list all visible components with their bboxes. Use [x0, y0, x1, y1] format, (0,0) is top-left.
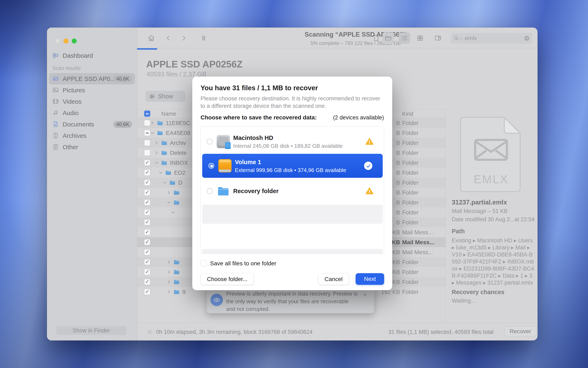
destination-radio[interactable] — [208, 163, 214, 169]
file-size: B — [396, 140, 400, 146]
sidebar-item-documents[interactable]: Documents40,6K — [49, 119, 135, 130]
disclosure-down-icon[interactable] — [150, 130, 155, 136]
back-button[interactable] — [165, 35, 172, 42]
recover-dialog: You have 31 files / 1,1 MB to recover Pl… — [192, 77, 392, 290]
search-input[interactable] — [464, 34, 520, 43]
file-kind: Folder — [402, 150, 419, 156]
show-in-finder-button[interactable]: Show in Finder — [56, 326, 126, 335]
sidebar-item-other[interactable]: Other — [49, 141, 135, 153]
home-button[interactable] — [147, 34, 155, 42]
row-checkbox[interactable] — [144, 169, 150, 176]
destination-description: Internal 245,08 GB disk • 189,82 GB avai… — [233, 143, 342, 149]
sidebar-item-apple-ssd-ap0[interactable]: APPLE SSD AP0...40,6K — [49, 73, 135, 84]
file-kind: Folder — [402, 160, 419, 166]
preview-pane-button[interactable] — [373, 35, 380, 42]
disclosure-right-icon[interactable] — [166, 259, 172, 265]
disclosure-right-icon[interactable] — [166, 289, 172, 294]
file-kind: Folder — [402, 179, 419, 186]
choose-folder-button[interactable]: Choose folder... — [201, 273, 254, 285]
sidebar-item-archives[interactable]: Archives — [49, 130, 135, 141]
file-size: B — [396, 160, 400, 166]
disclosure-down-icon[interactable] — [154, 160, 159, 165]
dialog-subtitle: Please choose recovery destination. It i… — [201, 95, 385, 110]
next-button[interactable]: Next — [356, 273, 384, 285]
column-header-kind[interactable]: Kind — [402, 111, 413, 117]
disclosure-down-icon[interactable] — [158, 170, 163, 175]
destination-option-macintosh-hd[interactable]: Macintosh HDInternal 245,08 GB disk • 18… — [201, 129, 384, 154]
folder-view-button[interactable] — [383, 33, 394, 44]
sidebar-item-pictures[interactable]: Pictures — [49, 84, 135, 96]
destination-radio[interactable] — [207, 139, 212, 145]
disclosure-right-icon[interactable] — [166, 190, 172, 195]
show-filter-button[interactable]: Show — [146, 91, 185, 102]
row-checkbox[interactable] — [144, 130, 150, 136]
file-size: B — [396, 219, 400, 226]
forward-button[interactable] — [180, 35, 187, 42]
file-kind: Folder — [402, 189, 419, 196]
row-checkbox[interactable] — [144, 120, 150, 126]
save-all-label: Save all files to one folder — [210, 260, 276, 267]
window-minimize-button[interactable] — [63, 38, 69, 44]
row-checkbox[interactable] — [144, 150, 150, 156]
file-size: KB — [392, 239, 400, 246]
search-scope-chevron-icon[interactable] — [459, 36, 463, 41]
destination-option-volume-1[interactable]: Volume 1External 999,96 GB disk • 374,96… — [202, 154, 383, 178]
row-checkbox[interactable] — [144, 279, 150, 285]
row-checkbox[interactable] — [144, 179, 150, 186]
disclosure-down-icon[interactable] — [170, 210, 176, 215]
destination-radio[interactable] — [207, 188, 212, 194]
disclosure-right-icon[interactable] — [154, 140, 159, 146]
cancel-button[interactable]: Cancel — [318, 273, 349, 285]
row-checkbox[interactable] — [144, 259, 150, 265]
folder-icon — [157, 129, 163, 136]
file-kind: Folder — [402, 279, 419, 285]
window-zoom-button[interactable] — [72, 38, 77, 44]
videos-icon — [52, 98, 59, 105]
row-checkbox[interactable] — [144, 189, 150, 196]
row-checkbox[interactable] — [144, 239, 150, 245]
row-checkbox[interactable] — [144, 249, 150, 255]
list-view-icon — [401, 35, 408, 42]
recovery-chances-label: Recovery chances — [452, 289, 504, 295]
count-badge: 40,6K — [113, 75, 132, 82]
row-checkbox[interactable] — [144, 289, 150, 295]
file-kind: Folder — [402, 169, 419, 176]
disclosure-right-icon[interactable] — [150, 120, 155, 126]
folder-icon — [173, 269, 180, 275]
banner-close-icon[interactable]: × — [363, 291, 367, 298]
grid-view-button[interactable] — [417, 35, 424, 42]
row-checkbox[interactable] — [144, 199, 150, 205]
destination-option-recovery-folder[interactable]: Recovery folder — [201, 179, 384, 203]
row-checkbox[interactable] — [144, 229, 150, 235]
row-checkbox[interactable] — [144, 269, 150, 275]
folder-icon — [173, 279, 180, 285]
disclosure-right-icon[interactable] — [166, 279, 172, 285]
row-checkbox[interactable] — [144, 140, 150, 146]
disclosure-right-icon[interactable] — [154, 150, 159, 156]
destination-placeholder — [202, 249, 383, 254]
file-kind: Mail Mess... — [402, 239, 434, 246]
clear-search-icon[interactable] — [524, 35, 530, 41]
window-close-button[interactable] — [55, 38, 60, 44]
sidebar-item-dashboard[interactable]: Dashboard — [49, 51, 135, 60]
disclosure-down-icon[interactable] — [162, 180, 167, 185]
recover-button[interactable]: Recover — [504, 326, 536, 336]
disclosure-down-icon[interactable] — [166, 200, 172, 205]
disclosure-right-icon[interactable] — [166, 269, 172, 275]
sidebar-item-label: Videos — [63, 98, 81, 105]
recovery-chances-value: Waiting... — [452, 297, 476, 304]
status-bar: 0h 10m elapsed, 3h 3m remaining, block 3… — [137, 323, 537, 340]
row-checkbox[interactable] — [144, 160, 150, 166]
row-checkbox[interactable] — [144, 219, 150, 225]
save-all-checkbox[interactable] — [201, 260, 207, 266]
sidebar-item-audio[interactable]: Audio — [49, 107, 135, 119]
select-all-checkbox[interactable] — [144, 110, 150, 117]
column-header-name[interactable]: Name — [161, 111, 176, 117]
pause-scan-button[interactable] — [200, 35, 207, 42]
row-checkbox[interactable] — [144, 209, 150, 215]
search-field[interactable] — [451, 33, 532, 44]
list-view-button[interactable] — [399, 33, 410, 44]
sidebar-toggle-button[interactable] — [434, 35, 441, 42]
sidebar-item-label: Other — [63, 144, 78, 151]
sidebar-item-videos[interactable]: Videos — [49, 96, 135, 107]
